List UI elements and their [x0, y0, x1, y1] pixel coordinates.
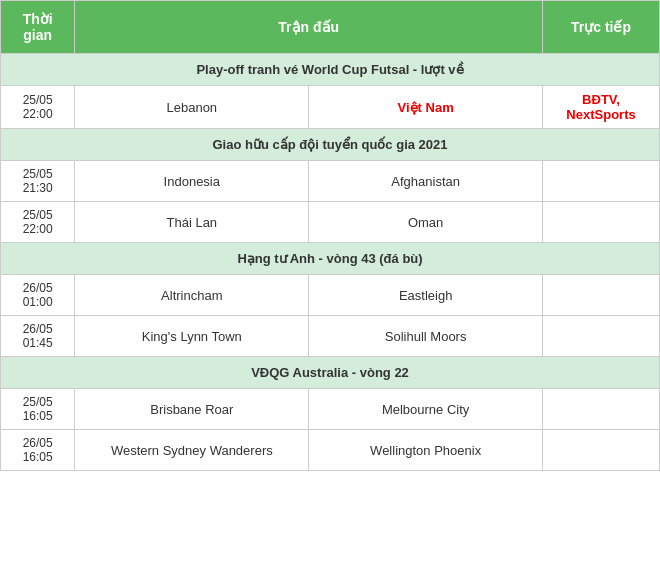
broadcast-info	[543, 275, 660, 316]
header-broadcast: Trực tiếp	[543, 1, 660, 54]
match-time: 25/0522:00	[1, 86, 75, 129]
header-time: Thời gian	[1, 1, 75, 54]
match-row: 26/0501:00AltrinchamEastleigh	[1, 275, 660, 316]
match-time: 26/0516:05	[1, 430, 75, 471]
match-time: 25/0522:00	[1, 202, 75, 243]
match-time: 26/0501:00	[1, 275, 75, 316]
broadcast-info	[543, 316, 660, 357]
section-header-1: Giao hữu cấp đội tuyển quốc gia 2021	[1, 129, 660, 161]
match-time: 25/0516:05	[1, 389, 75, 430]
schedule-table: Thời gian Trận đấu Trực tiếp Play-off tr…	[0, 0, 660, 471]
broadcast-info	[543, 430, 660, 471]
section-title-0: Play-off tranh vé World Cup Futsal - lượ…	[1, 54, 660, 86]
home-team: Brisbane Roar	[75, 389, 309, 430]
away-team: Solihull Moors	[309, 316, 543, 357]
match-row: 25/0521:30IndonesiaAfghanistan	[1, 161, 660, 202]
away-team: Việt Nam	[309, 86, 543, 129]
section-title-2: Hạng tư Anh - vòng 43 (đá bù)	[1, 243, 660, 275]
match-row: 25/0522:00LebanonViệt NamBĐTV,NextSports	[1, 86, 660, 129]
home-team: King's Lynn Town	[75, 316, 309, 357]
match-time: 25/0521:30	[1, 161, 75, 202]
away-team: Afghanistan	[309, 161, 543, 202]
match-row: 26/0516:05Western Sydney WanderersWellin…	[1, 430, 660, 471]
broadcast-info	[543, 389, 660, 430]
home-team: Indonesia	[75, 161, 309, 202]
match-time: 26/0501:45	[1, 316, 75, 357]
section-title-1: Giao hữu cấp đội tuyển quốc gia 2021	[1, 129, 660, 161]
broadcast-info	[543, 202, 660, 243]
home-team: Western Sydney Wanderers	[75, 430, 309, 471]
section-header-2: Hạng tư Anh - vòng 43 (đá bù)	[1, 243, 660, 275]
match-row: 26/0501:45King's Lynn TownSolihull Moors	[1, 316, 660, 357]
match-row: 25/0516:05Brisbane RoarMelbourne City	[1, 389, 660, 430]
section-header-0: Play-off tranh vé World Cup Futsal - lượ…	[1, 54, 660, 86]
match-row: 25/0522:00Thái LanOman	[1, 202, 660, 243]
home-team: Thái Lan	[75, 202, 309, 243]
away-team: Eastleigh	[309, 275, 543, 316]
home-team: Altrincham	[75, 275, 309, 316]
away-team: Melbourne City	[309, 389, 543, 430]
header-match: Trận đấu	[75, 1, 543, 54]
home-team: Lebanon	[75, 86, 309, 129]
section-title-3: VĐQG Australia - vòng 22	[1, 357, 660, 389]
broadcast-info	[543, 161, 660, 202]
away-team: Oman	[309, 202, 543, 243]
broadcast-info: BĐTV,NextSports	[543, 86, 660, 129]
away-team: Wellington Phoenix	[309, 430, 543, 471]
section-header-3: VĐQG Australia - vòng 22	[1, 357, 660, 389]
